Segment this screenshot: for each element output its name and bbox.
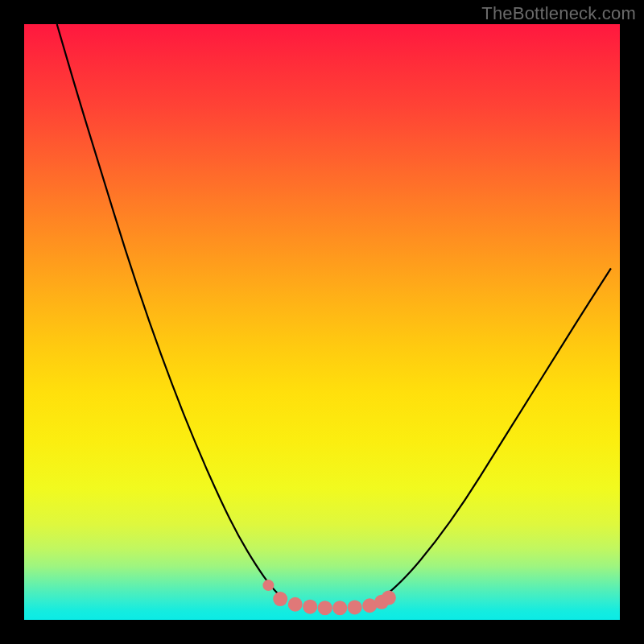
watermark-text: TheBottleneck.com [481, 3, 636, 24]
curve-layer [57, 24, 611, 599]
bottom-dots-point [288, 597, 303, 612]
dot-layer [262, 580, 395, 615]
bottom-dots-point [348, 600, 362, 614]
bottom-dots-point [382, 591, 396, 605]
left-dot-point [262, 580, 274, 591]
chart-frame: TheBottleneck.com [0, 0, 644, 644]
bottom-dots-point [273, 592, 287, 606]
plot-area [24, 24, 620, 620]
bottom-dots-point [303, 600, 317, 614]
bottom-dots-point [332, 601, 347, 615]
bottom-dots-point [318, 601, 332, 615]
left-curve [57, 24, 283, 599]
chart-svg [24, 24, 620, 620]
right-curve [382, 268, 611, 599]
